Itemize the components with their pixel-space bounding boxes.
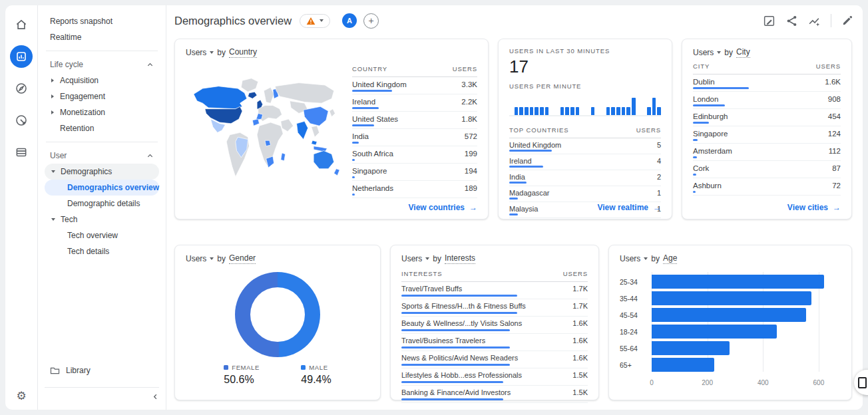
sidebar-item-label: Retention	[60, 124, 94, 133]
minute-bar-slot	[525, 107, 529, 115]
age-bar	[652, 291, 811, 305]
minute-bar	[591, 107, 595, 115]
metric-selector[interactable]: Users	[693, 48, 721, 57]
chevron-down-icon	[425, 257, 429, 260]
view-countries-link[interactable]: View countries→	[409, 203, 477, 212]
sidebar-item-reports-snapshot[interactable]: Reports snapshot	[45, 13, 159, 29]
minute-bar-slot	[616, 107, 620, 115]
by-label: by	[433, 254, 441, 263]
minute-bar-slot	[540, 107, 544, 115]
metric-selector[interactable]: Users	[401, 254, 429, 263]
row-label: Banking & Finance/Avid Investors	[401, 388, 511, 396]
minute-bar	[540, 107, 544, 115]
arrow-right-icon: →	[469, 203, 477, 212]
sidebar-item-tech-details[interactable]: Tech details	[45, 243, 159, 259]
age-category-label: 55-64	[620, 345, 638, 352]
dimension-term[interactable]: Country	[229, 47, 257, 58]
data-quality-chip[interactable]	[300, 14, 330, 28]
view-realtime-link[interactable]: View realtime→	[598, 203, 662, 212]
sidebar-item-tech-overview[interactable]: Tech overview	[45, 227, 159, 243]
minute-bar	[611, 107, 615, 115]
table-row: Edinburgh454	[693, 109, 841, 126]
users-by-country-card: Users by Country	[174, 39, 489, 219]
sidebar-item-label: Engagement	[60, 92, 105, 101]
row-value: 454	[828, 112, 841, 120]
sidebar-item-realtime[interactable]: Realtime	[45, 29, 159, 45]
section-header-user[interactable]: User	[45, 148, 159, 164]
row-label: Travel/Business Travelers	[401, 337, 485, 345]
sidebar-item-demographics[interactable]: Demographics	[45, 164, 159, 180]
sidebar-divider	[46, 51, 158, 51]
realtime-title: USERS IN LAST 30 MINUTES	[509, 47, 661, 55]
minute-bar-slot	[565, 107, 569, 115]
table-row: India2	[509, 170, 661, 186]
insights-icon[interactable]	[808, 15, 821, 27]
sidebar-item-library[interactable]: Library	[45, 366, 96, 375]
table-row: Netherlands189	[352, 181, 477, 198]
minute-bar-slot	[530, 107, 534, 115]
metric-selector[interactable]: Users	[620, 254, 648, 263]
minute-bar	[606, 107, 610, 115]
age-category-label: 65+	[620, 361, 632, 369]
row-label: Malaysia	[509, 205, 538, 213]
row-value: 1.8K	[461, 115, 477, 123]
sidebar-item-tech[interactable]: Tech	[45, 211, 159, 227]
table-row: India572	[352, 129, 477, 146]
sidebar-item-acquisition[interactable]: Acquisition	[45, 72, 159, 88]
reports-icon[interactable]	[10, 45, 33, 68]
share-icon[interactable]	[785, 15, 798, 27]
row-label: Sports & Fitness/H...th & Fitness Buffs	[401, 302, 526, 310]
sidebar-item-demographic-details[interactable]: Demographic details	[45, 196, 159, 211]
home-icon[interactable]	[10, 13, 33, 36]
dimension-term[interactable]: Age	[663, 253, 677, 264]
minute-bar	[657, 107, 661, 115]
sidebar-item-monetization[interactable]: Monetization	[45, 104, 159, 120]
collapse-sidebar-icon[interactable]	[152, 393, 159, 400]
row-value: 1.5K	[572, 371, 588, 379]
metric-selector[interactable]: Users	[186, 254, 214, 263]
help-widget-icon	[858, 377, 867, 388]
sidebar-item-label: Reports snapshot	[50, 17, 112, 26]
view-cities-link[interactable]: View cities→	[787, 203, 841, 212]
row-label: Beauty & Wellness/...tly Visits Salons	[401, 319, 522, 327]
minute-bar-slot	[535, 107, 539, 115]
explore-icon[interactable]	[10, 77, 33, 100]
axis-tick-label: 0	[650, 379, 654, 386]
female-percentage: 50.6%	[224, 374, 260, 386]
sidebar-item-demographics-overview[interactable]: Demographics overview	[45, 180, 159, 196]
row-bar	[401, 381, 503, 383]
comparison-avatar-chip[interactable]: A	[342, 13, 357, 28]
table-header: TOP COUNTRIESUSERS	[509, 122, 661, 138]
age-category-label: 35-44	[620, 295, 638, 303]
age-bar-chart: 020040060025-3435-4445-5418-2455-6465+	[620, 272, 841, 386]
table-row: Lifestyles & Hobb...ess Professionals1.5…	[401, 368, 588, 386]
minute-bar-slot	[606, 107, 610, 115]
gender-legend: FEMALE 50.6% MALE 49.4%	[186, 364, 369, 386]
row-bar	[352, 124, 374, 126]
minute-bar	[647, 107, 651, 115]
by-label: by	[217, 48, 226, 57]
sidebar-item-engagement[interactable]: Engagement	[45, 88, 159, 104]
dimension-term[interactable]: City	[736, 47, 750, 58]
add-comparison-button[interactable]: +	[363, 13, 379, 29]
metric-selector[interactable]: Users	[186, 48, 214, 57]
configure-icon[interactable]	[10, 141, 33, 164]
row-value: 1	[657, 189, 661, 197]
customize-report-icon[interactable]	[763, 15, 775, 27]
minute-bar	[525, 107, 529, 115]
dimension-term[interactable]: Interests	[445, 253, 475, 264]
dimension-term[interactable]: Gender	[229, 253, 256, 264]
age-bar	[652, 275, 824, 289]
edit-icon[interactable]	[841, 15, 853, 27]
legend-item-female: FEMALE 50.6%	[224, 364, 260, 386]
section-header-life-cycle[interactable]: Life cycle	[45, 57, 159, 72]
sidebar-item-retention[interactable]: Retention	[45, 120, 159, 136]
row-label: United Kingdom	[352, 80, 407, 88]
settings-gear-icon[interactable]: ⚙	[16, 389, 26, 403]
table-row: London908	[693, 92, 841, 109]
sidebar-item-label: Acquisition	[60, 76, 99, 85]
table-header: COUNTRYUSERS	[352, 61, 477, 77]
advertising-icon[interactable]	[10, 109, 33, 132]
app-window: ⚙ Reports snapshot Realtime Life cycle A…	[5, 5, 863, 410]
age-bar	[652, 308, 806, 322]
